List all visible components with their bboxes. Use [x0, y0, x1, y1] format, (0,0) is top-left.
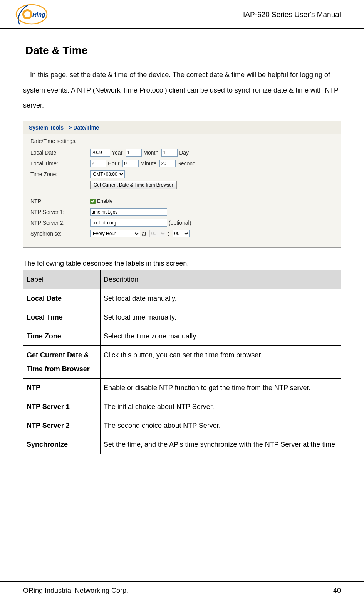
day-label: Day — [179, 150, 189, 156]
ntp-enable-label: Enable — [97, 198, 112, 204]
ntp-server2-optional: (optional) — [169, 220, 191, 226]
svg-point-2 — [23, 10, 32, 19]
header-title: IAP-620 Series User's Manual — [243, 10, 341, 19]
table-row: NTPEnable or disable NTP function to get… — [23, 378, 341, 397]
local-time-label: Local Time: — [30, 160, 90, 167]
day-input[interactable] — [161, 149, 178, 157]
local-date-label: Local Date: — [30, 150, 90, 156]
row-label: NTP Server 2 — [23, 416, 101, 435]
second-label: Second — [177, 160, 195, 167]
row-label: Synchronize — [23, 435, 101, 454]
get-browser-time-button[interactable]: Get Current Date & Time from Browser — [90, 181, 177, 189]
year-label: Year — [112, 150, 122, 156]
table-row: NTP Server 1The initial choice about NTP… — [23, 397, 341, 416]
breadcrumb: System Tools --> Date/Time — [23, 121, 341, 134]
row-desc: Set the time, and the AP's time synchron… — [101, 435, 341, 454]
month-label: Month — [143, 150, 158, 156]
synchronise-label: Synchronise: — [30, 231, 90, 237]
ntp-server1-label: NTP Server 1: — [30, 209, 90, 215]
footer-company: ORing Industrial Networking Corp. — [23, 587, 128, 595]
page-footer: ORing Industrial Networking Corp. 40 — [0, 581, 364, 603]
table-row: Time ZoneSelect the time zone manually — [23, 327, 341, 345]
table-row: NTP Server 2The second choice about NTP … — [23, 416, 341, 435]
description-table: Label Description Local DateSet local da… — [23, 270, 341, 454]
th-label: Label — [23, 270, 101, 289]
ntp-enable-checkbox[interactable] — [90, 199, 96, 204]
sync-at-label: at — [142, 231, 146, 237]
page-header: Ring IAP-620 Series User's Manual — [0, 0, 364, 29]
table-row: SynchronizeSet the time, and the AP's ti… — [23, 435, 341, 454]
row-label: Local Date — [23, 289, 101, 308]
ntp-server2-label: NTP Server 2: — [30, 220, 90, 226]
table-row: Local DateSet local date manually. — [23, 289, 341, 308]
year-input[interactable] — [90, 149, 110, 157]
row-desc: The second choice about NTP Server. — [101, 416, 341, 435]
row-desc: Set local date manually. — [101, 289, 341, 308]
table-row: Local TimeSet local time manually. — [23, 308, 341, 327]
sync-colon: : — [168, 231, 169, 237]
hour-input[interactable] — [90, 160, 106, 167]
row-label: Local Time — [23, 308, 101, 327]
month-input[interactable] — [126, 149, 142, 157]
timezone-select[interactable]: GMT+08:00 — [90, 170, 125, 178]
ntp-server2-input[interactable] — [90, 219, 167, 227]
sync-minute-select[interactable]: 00 — [173, 230, 190, 237]
svg-text:Ring: Ring — [32, 11, 45, 18]
intro-paragraph: In this page, set the date & time of the… — [23, 67, 341, 113]
table-intro: The following table describes the labels… — [23, 259, 341, 268]
second-input[interactable] — [159, 160, 176, 167]
timezone-label: Time Zone: — [30, 171, 90, 177]
minute-input[interactable] — [122, 160, 139, 167]
row-desc: Enable or disable NTP function to get th… — [101, 378, 341, 397]
ntp-label: NTP: — [30, 198, 90, 204]
row-label: Get Current Date & Time from Browser — [23, 345, 101, 378]
ntp-server1-input[interactable] — [90, 208, 167, 216]
row-desc: Click this button, you can set the time … — [101, 345, 341, 378]
row-desc: Set local time manually. — [101, 308, 341, 327]
intro-text: In this page, set the date & time of the… — [23, 71, 339, 109]
section-title: Date & Time — [25, 44, 341, 57]
row-desc: The initial choice about NTP Server. — [101, 397, 341, 416]
minute-label: Minute — [140, 160, 156, 167]
row-label: NTP — [23, 378, 101, 397]
row-desc: Select the time zone manually — [101, 327, 341, 345]
config-screenshot: System Tools --> Date/Time Date/Time set… — [23, 121, 341, 248]
oring-logo: Ring — [15, 4, 48, 25]
table-row: Get Current Date & Time from BrowserClic… — [23, 345, 341, 378]
hour-label: Hour — [108, 160, 119, 167]
th-description: Description — [101, 270, 341, 289]
footer-page-number: 40 — [333, 587, 341, 595]
synchronise-select[interactable]: Every Hour — [90, 230, 140, 237]
settings-caption: Date/Time settings. — [23, 134, 341, 146]
sync-hour-select: 00 — [149, 230, 166, 237]
row-label: NTP Server 1 — [23, 397, 101, 416]
row-label: Time Zone — [23, 327, 101, 345]
